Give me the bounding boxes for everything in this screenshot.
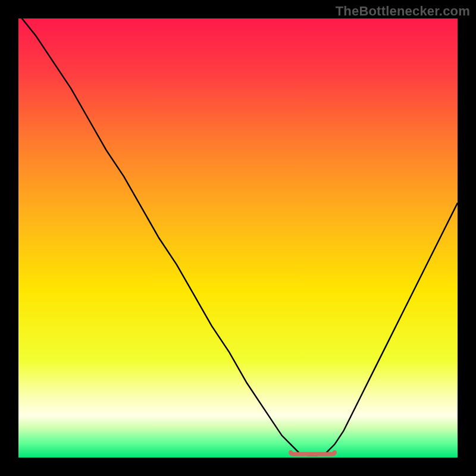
optimal-zone-marker [291,452,335,454]
gradient-background [18,18,458,458]
plot-area [18,18,458,458]
bottleneck-chart [18,18,458,458]
chart-frame: TheBottlenecker.com [0,0,476,476]
attribution-label: TheBottlenecker.com [336,4,470,19]
